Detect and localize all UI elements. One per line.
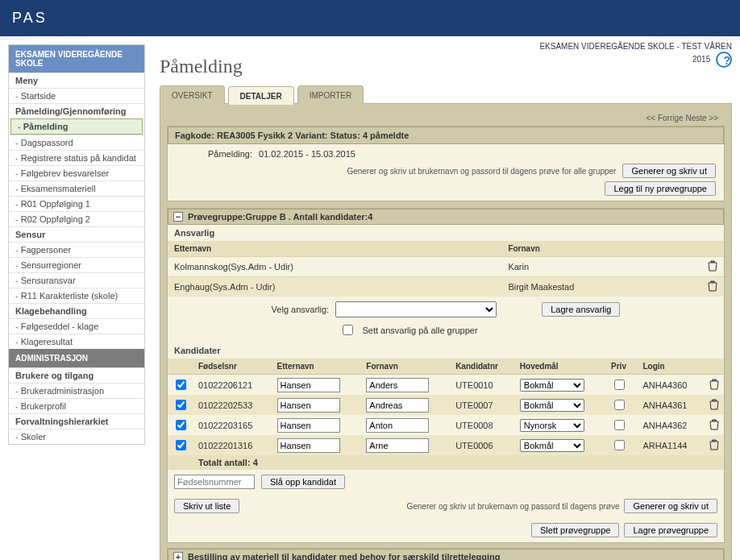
ansvarlig-fornavn: Karin [501,257,701,277]
sett-alle-label: Sett ansvarlig på alle grupper [362,326,477,335]
trash-icon[interactable] [709,379,719,390]
bestilling-box: + Bestilling av materiell til kandidater… [167,548,725,560]
sidebar-item-fagpersoner[interactable]: Fagpersoner [9,242,144,257]
sidebar-item-folgebrev[interactable]: Følgebrev besvarelser [9,165,144,180]
sidebar-item-registrere-status[interactable]: Registrere status på kandidat [9,150,144,165]
sidebar-section-admin: ADMINISTRASJON [9,349,144,367]
ansvarlig-label: Ansvarlig [168,225,724,241]
col-kandnr: Kandidatnr [451,359,515,375]
row-priv-checkbox[interactable] [614,380,625,390]
sidebar-item-r02[interactable]: R02 Oppfølging 2 [9,211,144,226]
sidebar-group-klage: Klagebehandling [9,303,144,318]
col-fornavn: Fornavn [361,359,451,375]
kandidater-label: Kandidater [168,342,724,359]
ansvarlig-etternavn: Enghaug(Sys.Adm - Udir) [168,277,501,297]
generate-text-2: Generer og skriv ut brukernavn og passor… [406,502,619,511]
row-checkbox[interactable] [176,420,186,430]
row-login: ANHA4362 [638,415,705,435]
row-kandnr: UTE0010 [451,375,515,396]
tab-importer[interactable]: IMPORTER [297,85,364,104]
col-login: Login [638,359,705,375]
sidebar: EKSAMEN VIDEREGÅENDE SKOLE Meny Startsid… [8,44,145,445]
sidebar-group-pamelding: Påmelding/Gjennomføring [9,103,144,118]
row-hoved-select[interactable]: BokmålNynorsk [520,379,584,392]
sidebar-item-brukeradmin[interactable]: Brukeradministrasjon [9,383,144,398]
sidebar-item-folgeseddel[interactable]: Følgeseddel - klage [9,318,144,334]
sidebar-item-dagspassord[interactable]: Dagspassord [9,135,144,150]
add-group-button[interactable]: Legg til ny prøvegruppe [605,181,716,196]
fagkode-box: Fagkode: REA3005 Fysikk 2 Variant: Statu… [167,126,725,201]
row-checkbox[interactable] [176,400,186,410]
sidebar-item-startside[interactable]: Startside [9,88,144,103]
row-fornavn-input[interactable] [366,438,429,453]
main: EKSAMEN VIDEREGÅENDE SKOLE - TEST VÅREN … [160,44,732,560]
row-priv-checkbox[interactable] [614,420,625,430]
trash-icon[interactable] [709,399,719,410]
row-fornavn-input[interactable] [366,398,429,413]
row-login: ANHA4360 [638,375,705,396]
slaopp-button[interactable]: Slå opp kandidat [261,475,345,489]
row-fnr: 01022203165 [193,415,272,435]
trash-icon[interactable] [709,439,719,450]
pager-next[interactable]: Neste >> [685,114,718,122]
ansvarlig-col-etternavn: Etternavn [168,241,501,257]
sidebar-item-r01[interactable]: R01 Oppfølging 1 [9,196,144,211]
pager-prev[interactable]: << Forrige [646,114,683,122]
trash-icon[interactable] [709,419,719,430]
col-hoved: Hovedmål [515,359,606,375]
velg-ansvarlig-select[interactable] [335,301,497,317]
col-fnr: Fødselsnr [193,359,272,375]
bestilling-header: + Bestilling av materiell til kandidater… [168,549,724,560]
lagre-ansvarlig-button[interactable]: Lagre ansvarlig [542,302,620,317]
row-kandnr: UTE0008 [451,415,515,435]
row-priv-checkbox[interactable] [614,440,625,450]
sidebar-group-sensur: Sensur [9,226,144,242]
trash-icon[interactable] [708,280,717,292]
tab-bar: OVERSIKT DETALJER IMPORTER [160,85,732,104]
row-checkbox[interactable] [176,380,186,390]
row-fornavn-input[interactable] [366,378,429,392]
sidebar-group-brukere: Brukere og tilgang [9,367,144,383]
sidebar-item-sensurregioner[interactable]: Sensurregioner [9,257,144,272]
tab-oversikt[interactable]: OVERSIKT [160,85,225,104]
trash-icon[interactable] [708,260,717,272]
skriv-ut-liste-button[interactable]: Skriv ut liste [174,499,239,513]
fnr-lookup-input[interactable] [174,475,255,489]
sidebar-item-eksamensmateriell[interactable]: Eksamensmateriell [9,180,144,196]
expand-icon[interactable]: + [173,552,183,560]
total-label: Totalt antall: 4 [193,455,724,470]
help-icon[interactable]: ? [716,52,732,68]
tab-detaljer[interactable]: DETALJER [228,86,294,105]
row-etternavn-input[interactable] [277,378,340,392]
generate-print-all-button[interactable]: Generer og skriv ut [622,164,716,178]
sidebar-item-brukerprofil[interactable]: Brukerprofil [9,398,144,413]
row-etternavn-input[interactable] [277,398,340,413]
generate-text: Generer og skriv ut brukernavn og passor… [347,167,616,176]
sidebar-item-r11[interactable]: R11 Karakterliste (skole) [9,288,144,303]
row-etternavn-input[interactable] [277,418,340,433]
row-fnr: 01022202533 [193,395,272,415]
sidebar-item-pamelding[interactable]: Påmelding [10,118,143,135]
row-hoved-select[interactable]: BokmålNynorsk [520,419,584,432]
kandidater-table: Fødselsnr Etternavn Fornavn Kandidatnr H… [168,359,724,470]
provegruppe-box: − Prøvegruppe:Gruppe B . Antall kandidat… [167,208,725,543]
sidebar-group-forvalt: Forvaltningshierarkiet [9,413,144,429]
row-etternavn-input[interactable] [277,438,340,453]
ansvarlig-etternavn: Kolmannskog(Sys.Adm - Udir) [168,257,501,277]
sidebar-item-klageresultat[interactable]: Klageresultat [9,334,144,349]
row-fornavn-input[interactable] [366,418,429,433]
row-hoved-select[interactable]: BokmålNynorsk [520,399,584,412]
row-fnr: 01022206121 [193,375,272,396]
collapse-icon[interactable]: − [173,212,183,222]
sidebar-item-sensuransvar[interactable]: Sensuransvar [9,272,144,288]
details-panel: << Forrige Neste >> Fagkode: REA3005 Fys… [160,103,732,560]
sidebar-item-skoler[interactable]: Skoler [9,429,144,444]
generate-print-button[interactable]: Generer og skriv ut [624,499,717,513]
row-kandnr: UTE0006 [451,435,515,455]
row-hoved-select[interactable]: BokmålNynorsk [520,439,584,452]
slett-provegruppe-button[interactable]: Slett prøvegruppe [531,523,619,537]
row-checkbox[interactable] [176,440,186,450]
sett-alle-checkbox[interactable] [343,325,353,335]
row-priv-checkbox[interactable] [614,400,625,410]
lagre-provegruppe-button[interactable]: Lagre prøvegruppe [624,523,717,537]
